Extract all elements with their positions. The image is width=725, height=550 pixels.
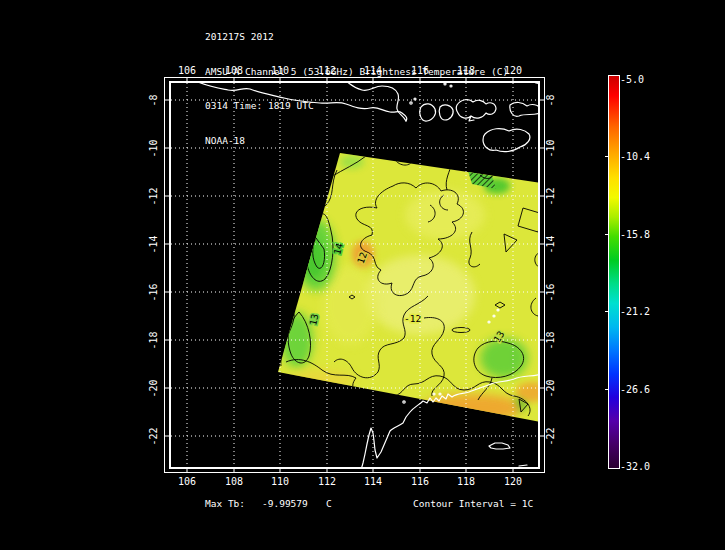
colorbar-label--32.0: -32.0 <box>620 461 660 472</box>
lon-tick-top-118: 118 <box>451 65 481 76</box>
lat-tick-left--18: -18 <box>148 326 159 356</box>
lat-tick-left--14: -14 <box>148 230 159 260</box>
lat-tick-right--18: -18 <box>545 326 556 356</box>
lat-tick-right--10: -10 <box>545 134 556 164</box>
lon-tick-top-120: 120 <box>498 65 528 76</box>
colorbar-label--15.8: -15.8 <box>620 229 660 240</box>
lon-tick-top-116: 116 <box>405 65 435 76</box>
lon-tick-bottom-108: 108 <box>219 476 249 487</box>
coast-flores <box>510 102 540 116</box>
contour-label-left-lower: 13 <box>307 313 320 326</box>
lat-tick-right--12: -12 <box>545 182 556 212</box>
lat-tick-left--12: -12 <box>148 182 159 212</box>
coast-island-offshore <box>489 443 510 449</box>
colorbar-tick <box>605 156 608 157</box>
coast-lombok <box>439 105 453 120</box>
lat-tick-left--20: -20 <box>148 374 159 404</box>
colorbar-label--10.4: -10.4 <box>620 151 660 162</box>
lat-tick-right--20: -20 <box>545 374 556 404</box>
coast-sumba <box>483 129 530 152</box>
lat-tick-right--8: -8 <box>545 86 556 116</box>
colorbar-tick <box>605 389 608 390</box>
swath-field <box>260 140 555 435</box>
coast-sumbawa <box>456 100 496 121</box>
max-tb-value: -9.99579 <box>262 498 308 510</box>
lon-tick-bottom-112: 112 <box>312 476 342 487</box>
colorbar-tick <box>605 311 608 312</box>
coast-java-northeast <box>343 78 406 121</box>
lon-tick-bottom-120: 120 <box>498 476 528 487</box>
lat-tick-right--16: -16 <box>545 278 556 308</box>
colorbar <box>608 75 620 469</box>
lat-tick-left--8: -8 <box>148 86 159 116</box>
lat-tick-left--22: -22 <box>148 422 159 452</box>
coast-bali <box>420 104 436 121</box>
lat-tick-left--10: -10 <box>148 134 159 164</box>
lon-tick-bottom-118: 118 <box>451 476 481 487</box>
lon-tick-top-108: 108 <box>219 65 249 76</box>
max-tb-unit: C <box>326 498 332 510</box>
lat-tick-right--14: -14 <box>545 230 556 260</box>
lon-tick-top-106: 106 <box>172 65 202 76</box>
contour-interval-label: Contour Interval = 1C <box>413 498 533 510</box>
lon-tick-top-110: 110 <box>265 65 295 76</box>
contour-label-center: -12 <box>404 313 421 324</box>
lon-tick-bottom-114: 114 <box>358 476 388 487</box>
max-tb-label: Max Tb: <box>205 498 245 510</box>
plot-canvas: 201217S 2012 AMSU-A Channel 5 (53.6GHz) … <box>0 0 725 550</box>
lon-tick-top-114: 114 <box>358 65 388 76</box>
lon-tick-bottom-106: 106 <box>172 476 202 487</box>
lat-tick-left--16: -16 <box>148 278 159 308</box>
colorbar-label--26.6: -26.6 <box>620 384 660 395</box>
lat-tick-right--22: -22 <box>545 422 556 452</box>
lon-tick-bottom-116: 116 <box>405 476 435 487</box>
lon-tick-top-112: 112 <box>312 65 342 76</box>
colorbar-label--21.2: -21.2 <box>620 306 660 317</box>
colorbar-label--5.0: -5.0 <box>620 74 660 85</box>
lon-tick-bottom-110: 110 <box>265 476 295 487</box>
colorbar-tick <box>605 234 608 235</box>
